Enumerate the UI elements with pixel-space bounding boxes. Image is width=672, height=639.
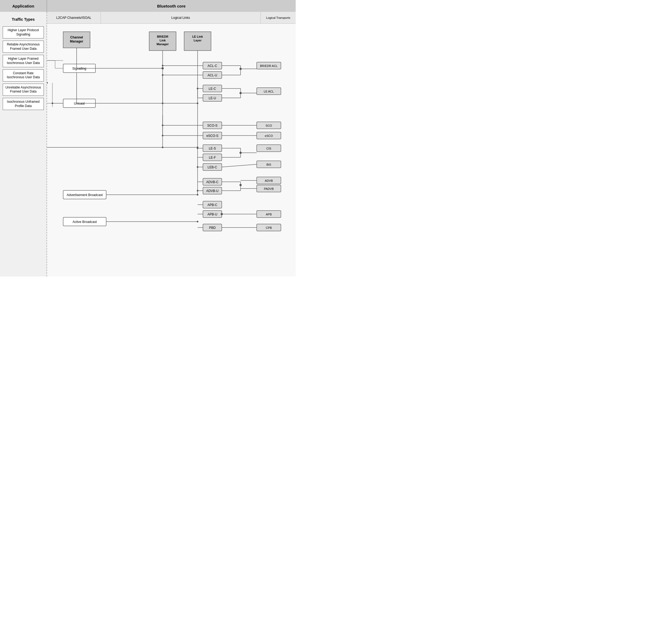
svg-text:eSCO: eSCO xyxy=(265,134,273,137)
svg-text:LE ACL: LE ACL xyxy=(264,90,274,93)
svg-text:ACL-C: ACL-C xyxy=(208,64,217,68)
svg-text:ADVB-U: ADVB-U xyxy=(206,189,218,193)
svg-point-72 xyxy=(162,65,163,66)
svg-text:Layer: Layer xyxy=(194,39,202,42)
svg-text:Active Broadcast: Active Broadcast xyxy=(73,220,97,224)
top-header: Application Bluetooth core xyxy=(0,0,296,12)
svg-text:APB-C: APB-C xyxy=(208,203,218,207)
svg-point-95 xyxy=(197,88,198,89)
svg-text:LE-C: LE-C xyxy=(209,87,216,91)
logical-transports-subheader: Logical Transports xyxy=(261,12,296,24)
svg-text:Signalling: Signalling xyxy=(72,67,86,71)
svg-point-137 xyxy=(221,213,223,215)
svg-text:LE-F: LE-F xyxy=(209,156,216,159)
svg-text:APB: APB xyxy=(266,213,272,216)
svg-text:ACL-U: ACL-U xyxy=(208,74,217,77)
traffic-box-5: Unreliable Asynchronous Framed User Data xyxy=(3,84,44,96)
main-area: Traffic Types Higher Layer Protocol Sign… xyxy=(0,12,296,277)
svg-point-135 xyxy=(197,221,198,222)
svg-text:Manager: Manager xyxy=(157,43,169,46)
svg-text:Advertisement Broadcast: Advertisement Broadcast xyxy=(67,193,103,197)
svg-text:CPB: CPB xyxy=(266,226,272,229)
svg-text:LE-U: LE-U xyxy=(209,96,216,100)
left-column: Traffic Types Higher Layer Protocol Sign… xyxy=(0,12,47,277)
l2cap-subheader: L2CAP Channels/ISOAL xyxy=(47,12,101,24)
traffic-box-1: Higher Layer Protocol Signalling xyxy=(3,26,44,38)
svg-text:PADVB: PADVB xyxy=(264,187,274,190)
traffic-types-label: Traffic Types xyxy=(0,15,47,24)
svg-point-79 xyxy=(240,68,242,70)
svg-text:ADVB: ADVB xyxy=(265,179,273,182)
diagram-svg: Channel Manager BR/EDR Link Manager LE L… xyxy=(47,24,296,277)
right-column: L2CAP Channels/ISOAL Logical Links Logic… xyxy=(47,12,296,277)
svg-text:BR/EDR ACL: BR/EDR ACL xyxy=(260,64,277,67)
svg-point-142 xyxy=(47,82,48,84)
sub-headers: L2CAP Channels/ISOAL Logical Links Logic… xyxy=(47,12,296,24)
svg-text:LEB-C: LEB-C xyxy=(208,166,217,169)
svg-text:ADVB-C: ADVB-C xyxy=(206,180,219,184)
logical-transports-label: Logical Transports xyxy=(266,16,291,20)
svg-text:SCO-S: SCO-S xyxy=(207,124,218,127)
traffic-box-3: Higher Layer Framed Isochronous User Dat… xyxy=(3,55,44,67)
svg-point-116 xyxy=(240,152,242,154)
svg-text:APB-U: APB-U xyxy=(208,213,218,216)
logical-links-subheader: Logical Links xyxy=(101,12,261,24)
app-header: Application xyxy=(0,0,47,12)
core-label: Bluetooth core xyxy=(157,4,186,8)
svg-point-86 xyxy=(240,92,242,94)
svg-text:LE-S: LE-S xyxy=(209,146,216,150)
svg-text:Unicast: Unicast xyxy=(74,102,85,106)
svg-point-149 xyxy=(52,103,53,104)
svg-text:SCO: SCO xyxy=(266,124,272,127)
svg-point-126 xyxy=(240,184,242,186)
svg-text:BIS: BIS xyxy=(266,163,271,166)
traffic-box-6: Isochronous Unframed Profile Data xyxy=(3,98,44,110)
svg-text:LE Link: LE Link xyxy=(192,35,203,38)
svg-text:Manager: Manager xyxy=(70,40,83,43)
traffic-box-2: Reliable Asynchronous Framed User Data xyxy=(3,41,44,53)
svg-text:PBD: PBD xyxy=(209,226,216,230)
l2cap-label: L2CAP Channels/ISOAL xyxy=(56,16,91,20)
svg-text:Link: Link xyxy=(160,39,166,42)
traffic-box-4: Constant Rate Isochronous User Data xyxy=(3,69,44,81)
logical-links-label: Logical Links xyxy=(171,16,190,20)
svg-text:CIS: CIS xyxy=(266,147,271,150)
svg-text:Channel: Channel xyxy=(70,35,83,39)
svg-text:eSCO-S: eSCO-S xyxy=(206,134,219,138)
svg-point-93 xyxy=(197,103,198,104)
app-label: Application xyxy=(12,4,34,8)
svg-text:BR/EDR: BR/EDR xyxy=(157,35,168,38)
svg-line-119 xyxy=(222,164,257,167)
core-header: Bluetooth core xyxy=(47,0,296,12)
